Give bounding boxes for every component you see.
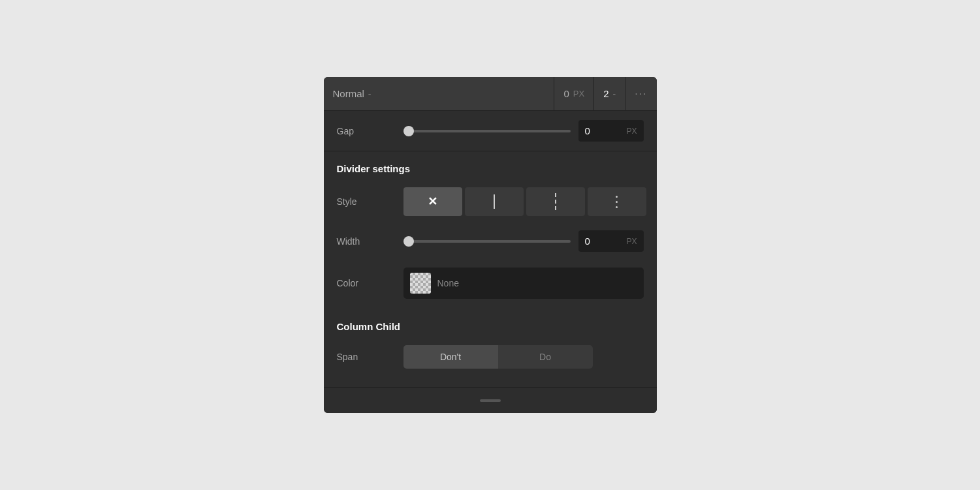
color-swatch-container[interactable]: None: [403, 268, 644, 299]
gap-input-value: 0: [585, 125, 590, 136]
dashed-segment-1: [555, 193, 556, 197]
more-icon: ···: [635, 88, 647, 100]
dashed-line-icon: [555, 193, 556, 210]
checkerboard-swatch: [410, 273, 431, 294]
toolbar: Normal - 0 PX 2 - ···: [324, 77, 657, 111]
toolbar-more[interactable]: ···: [625, 77, 656, 110]
width-row: Width 0 PX: [324, 225, 657, 261]
px-value: 0: [563, 88, 569, 99]
column-child-heading: Column Child: [324, 309, 657, 340]
gap-slider-container: [403, 130, 571, 132]
gap-row: Gap 0 PX: [324, 111, 657, 151]
toolbar-num-section[interactable]: 2 -: [594, 77, 625, 110]
num-dash: -: [612, 89, 616, 99]
dot-3: [616, 206, 618, 208]
width-label: Width: [337, 236, 396, 247]
width-input-box[interactable]: 0 PX: [578, 230, 644, 252]
x-icon: ✕: [428, 194, 437, 209]
style-none-button[interactable]: ✕: [403, 187, 462, 216]
style-buttons: ✕: [403, 187, 646, 216]
span-label: Span: [337, 352, 396, 362]
width-input-value: 0: [585, 236, 590, 247]
divider-settings-heading: Divider settings: [324, 151, 657, 182]
dashed-segment-2: [555, 200, 556, 204]
dot-1: [616, 196, 618, 198]
toolbar-px-section[interactable]: 0 PX: [554, 77, 594, 110]
span-row: Span Don't Do: [324, 340, 657, 378]
style-solid-button[interactable]: [465, 187, 524, 216]
style-label: Style: [337, 196, 396, 207]
color-label: Color: [337, 278, 396, 288]
width-slider-track[interactable]: [403, 240, 571, 243]
span-dont-button[interactable]: Don't: [403, 345, 498, 369]
dotted-line-icon: [616, 196, 618, 208]
width-input-unit: PX: [626, 237, 637, 246]
dashed-segment-3: [555, 206, 556, 210]
span-do-button[interactable]: Do: [498, 345, 593, 369]
bottom-indicator: [480, 399, 501, 402]
style-row: Style ✕: [324, 182, 657, 225]
gap-slider-track[interactable]: [403, 130, 571, 132]
settings-panel: Normal - 0 PX 2 - ··· Gap 0 PX: [324, 77, 657, 413]
num-value: 2: [603, 88, 609, 99]
gap-input-unit: PX: [626, 127, 637, 136]
solid-line-icon: [494, 194, 495, 209]
bottom-bar: [324, 387, 657, 413]
style-dotted-button[interactable]: [588, 187, 646, 216]
gap-slider-thumb[interactable]: [403, 126, 414, 136]
panel-content: Gap 0 PX Divider settings Style ✕: [324, 111, 657, 413]
dot-2: [616, 201, 618, 203]
normal-label: Normal: [333, 88, 364, 99]
column-child-section: Column Child Span Don't Do: [324, 309, 657, 387]
width-slider-thumb[interactable]: [403, 236, 414, 247]
color-row: Color None: [324, 261, 657, 309]
divider-settings-section: Divider settings Style ✕: [324, 151, 657, 309]
normal-dash: -: [368, 89, 371, 99]
px-unit: PX: [573, 89, 584, 99]
toolbar-normal-section[interactable]: Normal -: [324, 77, 555, 110]
style-dashed-button[interactable]: [526, 187, 585, 216]
span-button-group: Don't Do: [403, 345, 593, 369]
color-none-label: None: [437, 278, 459, 288]
gap-input-box[interactable]: 0 PX: [578, 120, 644, 142]
width-slider-container: [403, 240, 571, 243]
gap-label: Gap: [337, 126, 396, 136]
